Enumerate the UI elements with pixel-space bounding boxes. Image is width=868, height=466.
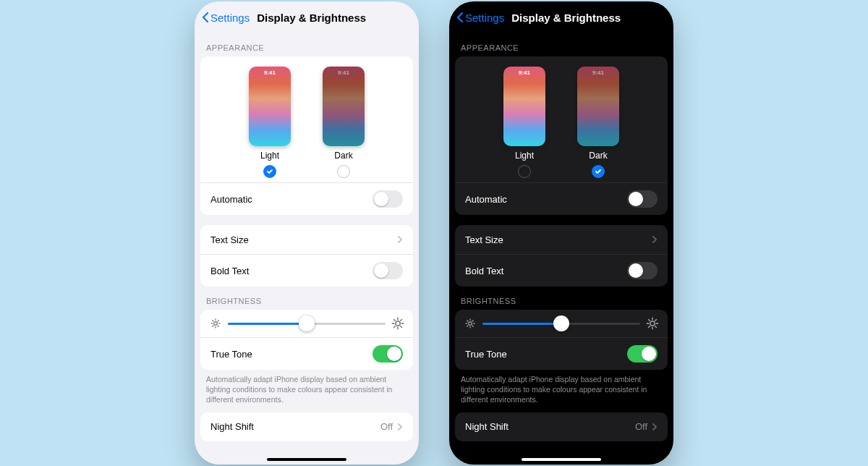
- nav-bar: Settings Display & Brightness: [195, 1, 419, 33]
- brightness-slider-row: [200, 310, 413, 337]
- svg-line-15: [401, 326, 402, 328]
- svg-line-17: [401, 320, 402, 321]
- true-tone-note: Automatically adapt iPhone display based…: [449, 370, 673, 412]
- bold-text-toggle[interactable]: [373, 262, 403, 279]
- back-button[interactable]: Settings: [456, 12, 504, 24]
- home-indicator[interactable]: [267, 458, 346, 461]
- automatic-label: Automatic: [465, 194, 507, 205]
- dark-preview-thumbnail: 9:41: [323, 67, 365, 146]
- sun-max-icon: [647, 318, 659, 330]
- appearance-header: APPEARANCE: [449, 33, 673, 56]
- text-card: Text Size Bold Text: [200, 225, 413, 287]
- appearance-option-light[interactable]: 9:41 Light: [503, 67, 545, 178]
- page-title: Display & Brightness: [257, 12, 366, 24]
- svg-line-5: [213, 321, 213, 321]
- svg-line-16: [394, 326, 396, 328]
- svg-point-0: [214, 322, 218, 326]
- svg-point-27: [650, 321, 655, 326]
- night-shift-label: Night Shift: [465, 421, 509, 432]
- light-mode-screenshot: Settings Display & Brightness APPEARANCE…: [195, 1, 419, 465]
- chevron-right-icon: [652, 235, 658, 244]
- night-shift-row[interactable]: Night Shift Off: [200, 412, 413, 441]
- svg-line-32: [649, 320, 650, 321]
- back-label: Settings: [465, 12, 504, 24]
- true-tone-note: Automatically adapt iPhone display based…: [195, 370, 419, 412]
- true-tone-toggle[interactable]: [627, 345, 658, 363]
- chevron-right-icon: [652, 423, 658, 431]
- automatic-toggle[interactable]: [373, 190, 403, 208]
- checkmark-icon: [266, 168, 273, 175]
- bold-text-toggle[interactable]: [627, 262, 658, 279]
- appearance-light-label: Light: [515, 151, 534, 161]
- appearance-header: APPEARANCE: [195, 33, 419, 56]
- appearance-card: 9:41 Light 9:41 Dark Automatic: [200, 56, 413, 215]
- light-preview-thumbnail: 9:41: [503, 67, 545, 146]
- true-tone-row: True Tone: [455, 337, 668, 370]
- night-shift-card: Night Shift Off: [455, 412, 668, 441]
- dark-preview-thumbnail: 9:41: [577, 67, 619, 146]
- text-size-label: Text Size: [465, 234, 503, 245]
- true-tone-row: True Tone: [200, 337, 413, 370]
- svg-point-9: [396, 321, 400, 326]
- chevron-left-icon: [202, 12, 209, 23]
- appearance-option-dark[interactable]: 9:41 Dark: [323, 67, 365, 178]
- appearance-dark-label: Dark: [589, 151, 607, 161]
- appearance-dark-label: Dark: [334, 151, 352, 161]
- automatic-row: Automatic: [455, 182, 668, 215]
- svg-line-26: [472, 321, 473, 321]
- nav-bar: Settings Display & Brightness: [449, 1, 673, 33]
- brightness-card: True Tone: [455, 310, 668, 370]
- svg-line-25: [467, 326, 468, 326]
- bold-text-row: Bold Text: [200, 254, 413, 287]
- appearance-option-dark[interactable]: 9:41 Dark: [577, 67, 619, 178]
- chevron-right-icon: [397, 235, 403, 244]
- svg-line-7: [213, 326, 213, 326]
- bold-text-label: Bold Text: [465, 266, 503, 276]
- text-size-row[interactable]: Text Size: [200, 225, 413, 254]
- chevron-left-icon: [456, 12, 464, 23]
- back-button[interactable]: Settings: [202, 12, 250, 24]
- svg-line-35: [655, 320, 657, 321]
- bold-text-row: Bold Text: [455, 254, 668, 287]
- true-tone-toggle[interactable]: [373, 345, 403, 363]
- brightness-slider[interactable]: [482, 323, 640, 325]
- chevron-right-icon: [397, 423, 403, 431]
- dark-mode-screenshot: Settings Display & Brightness APPEARANCE…: [449, 1, 673, 465]
- svg-line-33: [655, 326, 657, 328]
- text-size-row[interactable]: Text Size: [455, 225, 668, 254]
- night-shift-row[interactable]: Night Shift Off: [455, 412, 668, 441]
- appearance-light-radio[interactable]: [263, 165, 276, 178]
- night-shift-value: Off: [380, 421, 393, 432]
- night-shift-value: Off: [635, 421, 647, 432]
- svg-point-18: [469, 322, 472, 326]
- brightness-header: BRIGHTNESS: [449, 287, 673, 310]
- true-tone-label: True Tone: [210, 349, 252, 360]
- appearance-dark-radio[interactable]: [337, 165, 350, 178]
- svg-line-8: [218, 321, 218, 321]
- brightness-slider[interactable]: [228, 323, 386, 325]
- svg-line-34: [649, 326, 650, 328]
- back-label: Settings: [210, 12, 250, 24]
- brightness-header: BRIGHTNESS: [195, 287, 419, 310]
- svg-line-24: [472, 326, 473, 326]
- sun-min-icon: [210, 318, 221, 329]
- automatic-row: Automatic: [200, 182, 413, 215]
- text-card: Text Size Bold Text: [455, 225, 668, 287]
- sun-max-icon: [392, 318, 404, 330]
- text-size-label: Text Size: [210, 234, 249, 245]
- automatic-toggle[interactable]: [627, 190, 658, 208]
- home-indicator[interactable]: [522, 458, 601, 461]
- page-title: Display & Brightness: [511, 12, 621, 24]
- brightness-slider-row: [455, 310, 668, 337]
- svg-line-14: [394, 320, 396, 321]
- brightness-card: True Tone: [200, 310, 413, 370]
- sun-min-icon: [465, 318, 475, 329]
- appearance-light-radio[interactable]: [518, 165, 531, 178]
- appearance-light-label: Light: [260, 151, 279, 161]
- light-preview-thumbnail: 9:41: [249, 67, 291, 146]
- bold-text-label: Bold Text: [210, 266, 249, 276]
- automatic-label: Automatic: [210, 194, 252, 205]
- true-tone-label: True Tone: [465, 349, 507, 360]
- appearance-dark-radio[interactable]: [592, 165, 605, 178]
- appearance-option-light[interactable]: 9:41 Light: [249, 67, 291, 178]
